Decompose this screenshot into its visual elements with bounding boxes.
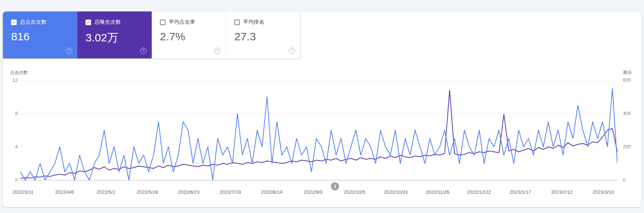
tile-average-position[interactable]: 平均排名 27.3 ? bbox=[226, 11, 301, 58]
right-tick-label: 400 bbox=[623, 111, 639, 116]
x-axis-date-label: 2022/7/19 bbox=[212, 189, 248, 195]
tile-value: 816 bbox=[11, 30, 77, 43]
tile-label: 平均点击率 bbox=[169, 19, 195, 26]
x-axis-date-label: 2022/9/9 bbox=[295, 189, 331, 195]
x-axis-date-label: 2022/10/5 bbox=[337, 189, 372, 195]
x-axis-date-label: 2022/5/28 bbox=[130, 189, 165, 195]
tile-label: 总曝光次数 bbox=[94, 19, 121, 26]
metric-tiles-row: ✓ 总点击次数 816 ? ✓ 总曝光次数 3.02万 ? 平均点击率 2.7%… bbox=[3, 11, 301, 58]
help-icon[interactable]: ? bbox=[289, 48, 295, 54]
x-axis-date-label: 2022/8/14 bbox=[254, 189, 289, 195]
x-axis-date-label: 2023/1/17 bbox=[503, 189, 538, 195]
tile-average-ctr[interactable]: 平均点击率 2.7% ? bbox=[152, 11, 226, 58]
plot-area[interactable] bbox=[20, 80, 617, 181]
checkbox-unchecked-icon[interactable] bbox=[160, 20, 165, 25]
tile-label: 总点击次数 bbox=[20, 19, 47, 26]
tile-head: ✓ 总曝光次数 bbox=[85, 19, 152, 26]
checkbox-checked-icon[interactable]: ✓ bbox=[85, 20, 91, 25]
x-axis-date-label: 2022/3/11 bbox=[5, 189, 41, 195]
x-axis-date-label: 2022/12/22 bbox=[461, 189, 497, 195]
left-tick-label: 4 bbox=[3, 144, 18, 150]
search-console-performance-page: { "colors": { "clicks_accent": "#4e7cec"… bbox=[0, 0, 644, 213]
right-tick-label: 0 bbox=[623, 177, 639, 183]
checkbox-checked-icon[interactable]: ✓ bbox=[11, 20, 17, 25]
tile-total-clicks[interactable]: ✓ 总点击次数 816 ? bbox=[3, 11, 77, 58]
x-axis-date-label: 2023/2/12 bbox=[544, 189, 580, 195]
annotation-badge[interactable]: 1 bbox=[331, 182, 339, 190]
tile-value: 3.02万 bbox=[85, 30, 152, 45]
left-tick-label: 8 bbox=[3, 111, 18, 116]
help-icon[interactable]: ? bbox=[66, 48, 72, 54]
check-mark-icon: ✓ bbox=[12, 20, 16, 24]
tile-head: ✓ 总点击次数 bbox=[11, 19, 77, 26]
x-axis-date-label: 2022/6/23 bbox=[171, 189, 207, 195]
x-axis-date-label: 2022/4/6 bbox=[47, 189, 82, 195]
x-axis-date-label: 2022/5/2 bbox=[88, 189, 124, 195]
help-icon[interactable]: ? bbox=[214, 48, 221, 54]
tile-value: 2.7% bbox=[160, 30, 226, 43]
left-axis-title: 点击次数 bbox=[10, 70, 28, 76]
tile-value: 27.3 bbox=[234, 30, 300, 43]
left-tick-label: 12 bbox=[3, 77, 18, 83]
tile-label: 平均排名 bbox=[243, 19, 264, 26]
tile-head: 平均排名 bbox=[234, 19, 300, 26]
tile-total-impressions[interactable]: ✓ 总曝光次数 3.02万 ? bbox=[77, 11, 152, 58]
check-mark-icon: ✓ bbox=[86, 20, 90, 24]
performance-panel: ✓ 总点击次数 816 ? ✓ 总曝光次数 3.02万 ? 平均点击率 2.7%… bbox=[3, 11, 641, 207]
right-tick-label: 600 bbox=[623, 77, 639, 83]
checkbox-unchecked-icon[interactable] bbox=[234, 20, 240, 25]
tile-head: 平均点击率 bbox=[160, 19, 226, 26]
right-tick-label: 200 bbox=[623, 144, 639, 150]
x-axis-date-label: 2023/3/10 bbox=[586, 189, 621, 195]
left-tick-label: 0 bbox=[3, 177, 18, 183]
right-axis-title: 展示 bbox=[623, 70, 632, 76]
x-axis-date-label: 2022/10/31 bbox=[378, 189, 414, 195]
x-axis-date-label: 2022/11/26 bbox=[420, 189, 455, 195]
help-icon[interactable]: ? bbox=[140, 48, 147, 54]
